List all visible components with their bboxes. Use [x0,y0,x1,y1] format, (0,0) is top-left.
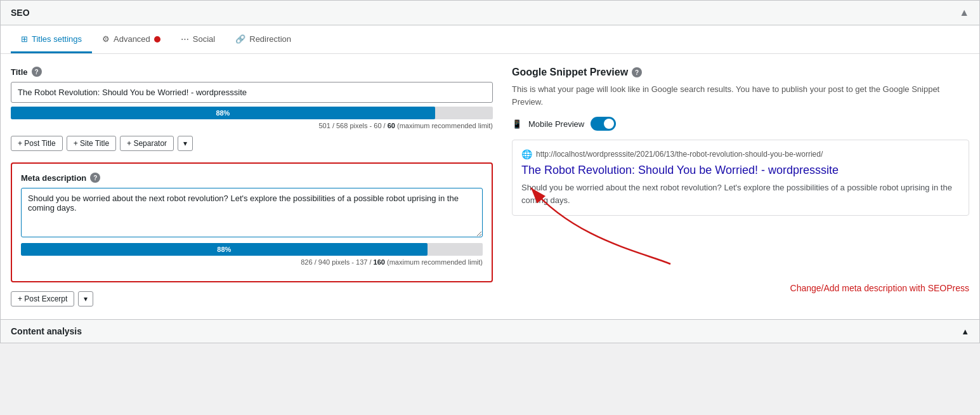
tab-social-label: Social [193,34,215,44]
meta-progress-bar-wrap: 88% [21,243,483,256]
annotation-container: Change/Add meta description with SEOPres… [512,226,969,293]
redirection-icon: 🔗 [235,34,245,44]
meta-description-section: Meta description ? Should you be worried… [11,162,493,282]
tab-titles-label: Titles settings [32,34,82,44]
meta-pixel-info: 826 / 940 pixels - 137 / 160 (maximum re… [21,258,483,266]
annotation-text: Change/Add meta description with SEOPres… [512,283,969,293]
meta-help-icon[interactable]: ? [90,173,100,183]
mobile-preview-toggle[interactable] [591,117,616,131]
mobile-preview-label: Mobile Preview [528,119,584,129]
advanced-badge [154,36,160,43]
content-analysis-title: Content analysis [11,326,82,336]
mobile-icon: 📱 [512,119,522,129]
two-col-layout: Title ? 88% 501 / 568 pixels - 60 / 60 (… [11,67,969,306]
snippet-preview-box: 🌐 http://localhost/wordpresssite/2021/06… [512,140,969,216]
seo-panel-header[interactable]: SEO ▲ [1,1,979,25]
tabs-bar: ⊞ Titles settings ⚙ Advanced ⋯ Social 🔗 … [1,25,979,54]
tag-more-button[interactable]: ▾ [178,136,193,151]
tab-advanced[interactable]: ⚙ Advanced [92,25,171,53]
tab-redirection-label: Redirection [249,34,291,44]
tab-redirection[interactable]: 🔗 Redirection [225,25,301,53]
advanced-icon: ⚙ [102,34,110,44]
titles-icon: ⊞ [21,34,28,44]
add-separator-button[interactable]: + Separator [120,136,174,151]
meta-progress-bar: 88% [21,243,428,256]
tab-social[interactable]: ⋯ Social [171,25,225,53]
content-analysis-toggle-icon: ▲ [961,327,969,336]
globe-icon: 🌐 [521,149,532,159]
content-analysis-bar[interactable]: Content analysis ▲ [1,319,979,343]
snippet-link-title[interactable]: The Robot Revolution: Should You be Worr… [521,163,960,178]
seo-panel-toggle-icon: ▲ [959,7,969,18]
snippet-preview-title: Google Snippet Preview ? [512,67,969,78]
add-post-title-button[interactable]: + Post Title [11,136,63,151]
snippet-help-icon[interactable]: ? [632,67,642,77]
title-help-icon[interactable]: ? [32,67,42,77]
mobile-preview-row: 📱 Mobile Preview [512,117,969,131]
left-column: Title ? 88% 501 / 568 pixels - 60 / 60 (… [11,67,493,306]
title-progress-bar: 88% [11,107,435,119]
annotation-arrow-svg [512,226,715,277]
meta-desc-label: Meta description ? [21,173,483,183]
title-field-label: Title ? [11,67,493,77]
panel-body: Title ? 88% 501 / 568 pixels - 60 / 60 (… [1,54,979,319]
title-pixel-info: 501 / 568 pixels - 60 / 60 (maximum reco… [11,122,493,129]
meta-description-textarea[interactable]: Should you be worried about the next rob… [21,188,483,237]
add-site-title-button[interactable]: + Site Title [67,136,116,151]
tab-titles[interactable]: ⊞ Titles settings [11,25,92,53]
excerpt-more-button[interactable]: ▾ [78,291,93,306]
add-post-excerpt-button[interactable]: + Post Excerpt [11,291,74,306]
seo-panel-title: SEO [11,8,30,18]
toggle-slider [591,117,616,131]
title-progress-bar-wrap: 88% [11,107,493,119]
snippet-url: http://localhost/wordpresssite/2021/06/1… [536,150,823,159]
snippet-desc-text: Should you be worried about the next rob… [521,181,960,206]
snippet-description-text: This is what your page will look like in… [512,83,969,108]
excerpt-buttons: + Post Excerpt ▾ [11,291,493,306]
social-icon: ⋯ [181,34,189,44]
right-column: Google Snippet Preview ? This is what yo… [512,67,969,306]
snippet-url-row: 🌐 http://localhost/wordpresssite/2021/06… [521,149,960,159]
title-tag-buttons: + Post Title + Site Title + Separator ▾ [11,136,493,151]
tab-advanced-label: Advanced [114,34,150,44]
title-input[interactable] [11,82,493,103]
